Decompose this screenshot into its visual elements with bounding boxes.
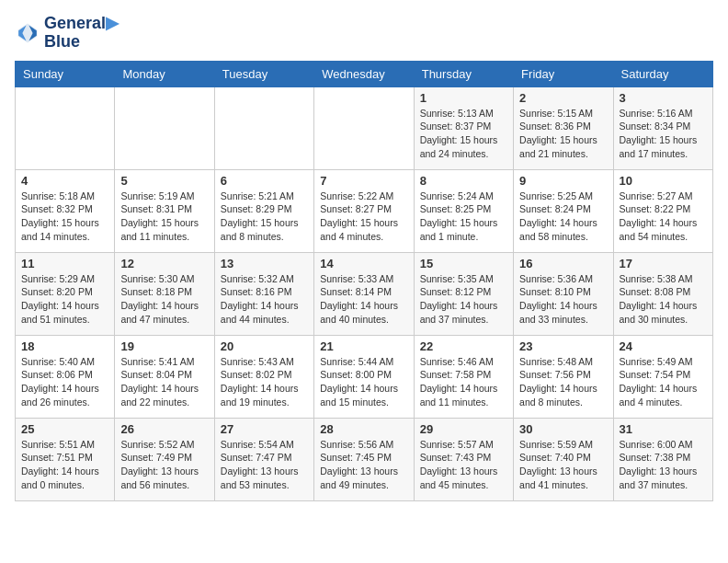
day-number: 9 [519, 174, 607, 188]
day-number: 28 [320, 422, 407, 436]
day-info: Sunrise: 5:13 AM Sunset: 8:37 PM Dayligh… [420, 107, 507, 161]
day-info: Sunrise: 5:52 AM Sunset: 7:49 PM Dayligh… [120, 438, 208, 492]
calendar-week-2: 4Sunrise: 5:18 AM Sunset: 8:32 PM Daylig… [16, 169, 713, 252]
day-info: Sunrise: 5:30 AM Sunset: 8:18 PM Dayligh… [120, 272, 208, 327]
day-number: 26 [120, 422, 208, 436]
day-number: 14 [320, 257, 407, 270]
day-header-saturday: Saturday [613, 61, 712, 86]
day-info: Sunrise: 5:22 AM Sunset: 8:27 PM Dayligh… [320, 190, 407, 244]
calendar-week-1: 1Sunrise: 5:13 AM Sunset: 8:37 PM Daylig… [16, 86, 713, 169]
day-header-thursday: Thursday [414, 61, 513, 86]
logo-text: General▶ Blue [44, 15, 119, 52]
day-info: Sunrise: 5:18 AM Sunset: 8:32 PM Dayligh… [21, 190, 108, 244]
day-number: 23 [519, 339, 607, 353]
day-info: Sunrise: 5:41 AM Sunset: 8:04 PM Dayligh… [120, 355, 208, 409]
logo-icon [15, 20, 40, 46]
day-info: Sunrise: 5:35 AM Sunset: 8:12 PM Dayligh… [420, 272, 507, 327]
day-info: Sunrise: 5:38 AM Sunset: 8:08 PM Dayligh… [620, 272, 707, 327]
day-number: 20 [221, 339, 308, 353]
day-number: 16 [519, 257, 607, 270]
calendar-cell: 26Sunrise: 5:52 AM Sunset: 7:49 PM Dayli… [115, 418, 214, 500]
calendar-header-row: SundayMondayTuesdayWednesdayThursdayFrid… [16, 61, 713, 86]
calendar-cell: 1Sunrise: 5:13 AM Sunset: 8:37 PM Daylig… [414, 86, 513, 169]
day-number: 15 [420, 257, 507, 270]
day-info: Sunrise: 5:32 AM Sunset: 8:16 PM Dayligh… [221, 272, 308, 327]
day-number: 30 [519, 422, 607, 436]
day-info: Sunrise: 5:36 AM Sunset: 8:10 PM Dayligh… [519, 272, 607, 327]
calendar-cell: 10Sunrise: 5:27 AM Sunset: 8:22 PM Dayli… [613, 169, 712, 252]
calendar-cell: 12Sunrise: 5:30 AM Sunset: 8:18 PM Dayli… [115, 252, 214, 335]
calendar-cell: 29Sunrise: 5:57 AM Sunset: 7:43 PM Dayli… [414, 418, 513, 500]
day-info: Sunrise: 5:54 AM Sunset: 7:47 PM Dayligh… [221, 438, 308, 492]
day-number: 25 [21, 422, 108, 436]
day-number: 12 [120, 257, 208, 270]
calendar-week-5: 25Sunrise: 5:51 AM Sunset: 7:51 PM Dayli… [16, 418, 713, 500]
day-info: Sunrise: 5:16 AM Sunset: 8:34 PM Dayligh… [620, 107, 707, 161]
day-number: 8 [420, 174, 507, 188]
day-info: Sunrise: 5:49 AM Sunset: 7:54 PM Dayligh… [620, 355, 707, 409]
day-info: Sunrise: 5:44 AM Sunset: 8:00 PM Dayligh… [320, 355, 407, 409]
calendar-cell: 2Sunrise: 5:15 AM Sunset: 8:36 PM Daylig… [514, 86, 613, 169]
day-info: Sunrise: 5:40 AM Sunset: 8:06 PM Dayligh… [21, 355, 108, 409]
day-number: 18 [21, 339, 108, 353]
header: General▶ Blue [15, 15, 713, 52]
calendar-cell: 6Sunrise: 5:21 AM Sunset: 8:29 PM Daylig… [214, 169, 313, 252]
day-info: Sunrise: 5:51 AM Sunset: 7:51 PM Dayligh… [21, 438, 108, 492]
day-info: Sunrise: 5:43 AM Sunset: 8:02 PM Dayligh… [221, 355, 308, 409]
calendar-cell: 21Sunrise: 5:44 AM Sunset: 8:00 PM Dayli… [314, 335, 414, 418]
calendar-cell: 22Sunrise: 5:46 AM Sunset: 7:58 PM Dayli… [414, 335, 513, 418]
day-header-tuesday: Tuesday [214, 61, 313, 86]
day-info: Sunrise: 5:27 AM Sunset: 8:22 PM Dayligh… [620, 190, 707, 244]
day-info: Sunrise: 5:33 AM Sunset: 8:14 PM Dayligh… [320, 272, 407, 327]
day-number: 11 [21, 257, 108, 270]
calendar-cell: 25Sunrise: 5:51 AM Sunset: 7:51 PM Dayli… [16, 418, 115, 500]
day-info: Sunrise: 5:15 AM Sunset: 8:36 PM Dayligh… [519, 107, 607, 161]
calendar-cell [115, 86, 214, 169]
day-number: 22 [420, 339, 507, 353]
calendar-cell: 13Sunrise: 5:32 AM Sunset: 8:16 PM Dayli… [214, 252, 313, 335]
logo: General▶ Blue [15, 15, 119, 52]
day-number: 13 [221, 257, 308, 270]
calendar-cell: 28Sunrise: 5:56 AM Sunset: 7:45 PM Dayli… [314, 418, 414, 500]
day-number: 27 [221, 422, 308, 436]
day-info: Sunrise: 5:48 AM Sunset: 7:56 PM Dayligh… [519, 355, 607, 409]
calendar-cell: 7Sunrise: 5:22 AM Sunset: 8:27 PM Daylig… [314, 169, 414, 252]
day-info: Sunrise: 5:56 AM Sunset: 7:45 PM Dayligh… [320, 438, 407, 492]
day-info: Sunrise: 5:57 AM Sunset: 7:43 PM Dayligh… [420, 438, 507, 492]
day-number: 2 [519, 91, 607, 105]
day-number: 6 [221, 174, 308, 188]
day-number: 10 [620, 174, 707, 188]
day-info: Sunrise: 5:24 AM Sunset: 8:25 PM Dayligh… [420, 190, 507, 244]
day-number: 3 [620, 91, 707, 105]
day-number: 29 [420, 422, 507, 436]
calendar-cell [16, 86, 115, 169]
day-header-monday: Monday [115, 61, 214, 86]
calendar-cell [314, 86, 414, 169]
day-number: 5 [120, 174, 208, 188]
day-number: 17 [620, 257, 707, 270]
day-info: Sunrise: 5:59 AM Sunset: 7:40 PM Dayligh… [519, 438, 607, 492]
calendar-cell: 31Sunrise: 6:00 AM Sunset: 7:38 PM Dayli… [613, 418, 712, 500]
calendar-cell: 24Sunrise: 5:49 AM Sunset: 7:54 PM Dayli… [613, 335, 712, 418]
day-header-sunday: Sunday [16, 61, 115, 86]
day-info: Sunrise: 5:19 AM Sunset: 8:31 PM Dayligh… [120, 190, 208, 244]
day-number: 31 [620, 422, 707, 436]
calendar-cell: 9Sunrise: 5:25 AM Sunset: 8:24 PM Daylig… [514, 169, 613, 252]
day-info: Sunrise: 6:00 AM Sunset: 7:38 PM Dayligh… [620, 438, 707, 492]
calendar-week-3: 11Sunrise: 5:29 AM Sunset: 8:20 PM Dayli… [16, 252, 713, 335]
day-info: Sunrise: 5:29 AM Sunset: 8:20 PM Dayligh… [21, 272, 108, 327]
day-number: 7 [320, 174, 407, 188]
calendar-cell: 14Sunrise: 5:33 AM Sunset: 8:14 PM Dayli… [314, 252, 414, 335]
day-info: Sunrise: 5:21 AM Sunset: 8:29 PM Dayligh… [221, 190, 308, 244]
calendar-cell: 15Sunrise: 5:35 AM Sunset: 8:12 PM Dayli… [414, 252, 513, 335]
calendar-cell: 19Sunrise: 5:41 AM Sunset: 8:04 PM Dayli… [115, 335, 214, 418]
calendar-cell: 27Sunrise: 5:54 AM Sunset: 7:47 PM Dayli… [214, 418, 313, 500]
calendar-cell [214, 86, 313, 169]
calendar-cell: 8Sunrise: 5:24 AM Sunset: 8:25 PM Daylig… [414, 169, 513, 252]
day-number: 21 [320, 339, 407, 353]
day-info: Sunrise: 5:25 AM Sunset: 8:24 PM Dayligh… [519, 190, 607, 244]
calendar-cell: 4Sunrise: 5:18 AM Sunset: 8:32 PM Daylig… [16, 169, 115, 252]
calendar-cell: 3Sunrise: 5:16 AM Sunset: 8:34 PM Daylig… [613, 86, 712, 169]
day-number: 4 [21, 174, 108, 188]
calendar-week-4: 18Sunrise: 5:40 AM Sunset: 8:06 PM Dayli… [16, 335, 713, 418]
